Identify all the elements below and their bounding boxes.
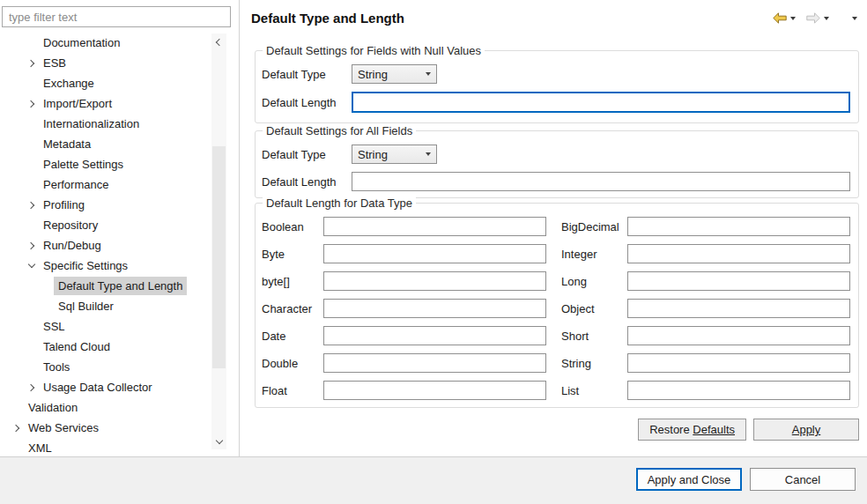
all-fields-group-title: Default Settings for All Fields xyxy=(263,123,416,138)
short-length-input[interactable] xyxy=(627,326,850,345)
twisty-spacer xyxy=(24,76,39,91)
string-label: String xyxy=(546,357,627,370)
restore-defaults-button[interactable]: Restore Defaults xyxy=(638,419,746,441)
string-length-input[interactable] xyxy=(627,353,850,373)
expand-chevron-icon[interactable] xyxy=(24,380,39,395)
chevron-down-icon xyxy=(426,72,431,76)
apply-and-close-button[interactable]: Apply and Close xyxy=(636,468,742,491)
tree-item-talend-cloud[interactable]: Talend Cloud xyxy=(0,337,211,357)
view-menu-dropdown-icon[interactable] xyxy=(852,17,857,20)
preferences-sidebar: DocumentationESBExchangeImport/ExportInt… xyxy=(0,0,240,456)
button-label-mnemonic: Defaults xyxy=(693,423,735,436)
date-label: Date xyxy=(262,330,323,343)
tree-item-usage-data-collector[interactable]: Usage Data Collector xyxy=(0,377,211,397)
date-length-input[interactable] xyxy=(323,326,546,345)
tree-item-ssl[interactable]: SSL xyxy=(0,316,211,337)
default-type-combo-null-values[interactable]: String xyxy=(352,64,437,84)
back-history-dropdown-icon[interactable] xyxy=(790,17,796,20)
tree-item-performance[interactable]: Performance xyxy=(0,174,211,195)
tree-item-tools[interactable]: Tools xyxy=(0,357,211,377)
tree-item-label: Profiling xyxy=(39,196,89,214)
tree-scrollbar[interactable] xyxy=(211,33,226,449)
tree-item-label: XML xyxy=(24,439,56,456)
character-label: Character xyxy=(262,302,323,315)
byte-length-input[interactable] xyxy=(323,271,546,291)
tree-item-label: ESB xyxy=(39,54,70,72)
default-type-label: Default Type xyxy=(262,148,352,161)
tree-item-label: Validation xyxy=(24,398,82,417)
short-label: Short xyxy=(546,330,627,343)
preference-page: Default Type and Length Default Settings… xyxy=(241,0,867,456)
twisty-spacer xyxy=(39,299,54,314)
twisty-spacer xyxy=(24,157,39,172)
tree-item-esb[interactable]: ESB xyxy=(0,53,211,73)
integer-length-input[interactable] xyxy=(627,244,850,263)
tree-item-profiling[interactable]: Profiling xyxy=(0,195,211,215)
tree-item-repository[interactable]: Repository xyxy=(0,215,211,235)
byte-length-input[interactable] xyxy=(323,244,546,263)
expand-chevron-icon[interactable] xyxy=(24,96,39,111)
tree-item-web-services[interactable]: Web Services xyxy=(0,418,211,438)
twisty-spacer xyxy=(24,137,39,152)
apply-button[interactable]: Apply xyxy=(753,419,859,441)
tree-item-label: Import/Export xyxy=(39,94,116,113)
expand-chevron-icon[interactable] xyxy=(24,238,39,253)
tree-item-label: Default Type and Length xyxy=(54,277,187,295)
tree-item-label: SSL xyxy=(39,317,70,336)
double-length-input[interactable] xyxy=(323,353,546,373)
character-length-input[interactable] xyxy=(323,299,546,318)
collapse-chevron-icon[interactable] xyxy=(24,258,39,273)
scroll-up-arrow-icon[interactable] xyxy=(211,33,226,48)
expand-chevron-icon[interactable] xyxy=(24,56,39,70)
object-length-input[interactable] xyxy=(627,299,850,318)
twisty-spacer xyxy=(24,177,39,192)
tree-item-palette-settings[interactable]: Palette Settings xyxy=(0,154,211,174)
tree-item-default-type-and-length[interactable]: Default Type and Length xyxy=(0,276,211,296)
cancel-button[interactable]: Cancel xyxy=(750,468,856,491)
list-length-input[interactable] xyxy=(627,381,850,400)
preferences-tree: DocumentationESBExchangeImport/ExportInt… xyxy=(0,33,211,456)
twisty-spacer xyxy=(24,218,39,233)
boolean-length-input[interactable] xyxy=(323,217,546,236)
default-type-label: Default Type xyxy=(262,68,352,81)
default-type-combo-all-fields[interactable]: String xyxy=(352,145,437,164)
bigdecimal-length-input[interactable] xyxy=(627,217,850,236)
long-length-input[interactable] xyxy=(627,271,850,291)
double-label: Double xyxy=(262,357,323,370)
expand-chevron-icon[interactable] xyxy=(9,420,24,435)
expand-chevron-icon[interactable] xyxy=(24,197,39,212)
tree-item-internationalization[interactable]: Internationalization xyxy=(0,114,211,134)
float-length-input[interactable] xyxy=(323,381,546,400)
tree-item-label: Palette Settings xyxy=(39,155,128,174)
data-type-group-title: Default Length for Data Type xyxy=(263,196,416,211)
forward-arrow-icon[interactable] xyxy=(806,12,820,24)
tree-item-label: Sql Builder xyxy=(54,297,118,315)
chevron-down-icon xyxy=(426,152,431,156)
tree-item-documentation[interactable]: Documentation xyxy=(0,33,211,53)
long-label: Long xyxy=(546,275,627,288)
forward-history-dropdown-icon[interactable] xyxy=(824,17,829,20)
scrollbar-thumb[interactable] xyxy=(212,146,226,368)
twisty-spacer xyxy=(24,359,39,374)
twisty-spacer xyxy=(9,400,24,415)
tree-item-run-debug[interactable]: Run/Debug xyxy=(0,235,211,256)
tree-item-xml[interactable]: XML xyxy=(0,438,211,456)
tree-item-label: Specific Settings xyxy=(39,256,132,275)
tree-item-metadata[interactable]: Metadata xyxy=(0,134,211,154)
null-values-group-title: Default Settings for Fields with Null Va… xyxy=(263,43,485,58)
tree-item-label: Repository xyxy=(39,216,102,234)
tree-item-sql-builder[interactable]: Sql Builder xyxy=(0,296,211,316)
tree-item-import-export[interactable]: Import/Export xyxy=(0,93,211,114)
tree-item-label: Usage Data Collector xyxy=(39,378,157,397)
tree-item-specific-settings[interactable]: Specific Settings xyxy=(0,256,211,276)
scroll-down-arrow-icon[interactable] xyxy=(211,434,226,449)
default-length-input-null-values[interactable] xyxy=(352,92,850,113)
filter-input[interactable] xyxy=(2,6,231,27)
back-arrow-icon[interactable] xyxy=(773,12,787,24)
tree-item-label: Metadata xyxy=(39,135,95,153)
tree-item-exchange[interactable]: Exchange xyxy=(0,73,211,93)
default-length-input-all-fields[interactable] xyxy=(352,172,850,191)
tree-item-label: Exchange xyxy=(39,74,99,93)
tree-item-validation[interactable]: Validation xyxy=(0,397,211,418)
dialog-button-bar: Apply and Close Cancel xyxy=(0,456,867,504)
